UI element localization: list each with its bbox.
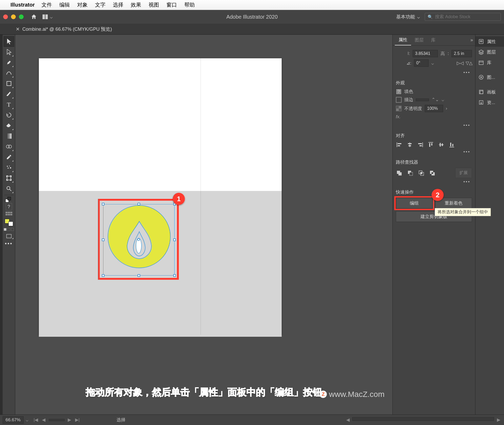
draw-mode-icons[interactable]	[4, 226, 14, 232]
eyedropper-tool[interactable]	[4, 152, 14, 162]
window-minimize[interactable]	[11, 14, 16, 19]
rotate-tool[interactable]	[4, 110, 14, 120]
pathfinder-more-icon[interactable]: •••	[396, 178, 472, 185]
appearance-more-icon[interactable]: •••	[396, 122, 472, 129]
annotation-marker-1: 1	[173, 193, 185, 205]
rotate-angle-value[interactable]: 0°	[414, 59, 429, 67]
tab-libraries[interactable]: 库	[427, 35, 439, 45]
workspace-switcher[interactable]: 基本功能 ⌵	[396, 14, 420, 20]
scroll-left-icon[interactable]: ◀	[345, 417, 351, 423]
document-tab-title[interactable]: Combine.ai* @ 66.67% (CMYK/GPU 预览)	[22, 26, 112, 32]
menu-type[interactable]: 文字	[95, 1, 106, 8]
screen-mode-icon[interactable]	[4, 232, 14, 240]
home-icon[interactable]	[30, 13, 38, 21]
symbol-sprayer-tool[interactable]	[4, 162, 14, 173]
fx-icon[interactable]: fx.	[396, 114, 401, 120]
align-top-icon[interactable]	[427, 141, 434, 148]
svg-rect-34	[439, 144, 444, 145]
toolbox-more-icon[interactable]: •••	[4, 240, 14, 247]
pen-tool[interactable]	[4, 57, 14, 68]
transform-height-value[interactable]: 2.5 in	[452, 50, 472, 57]
canvas[interactable]: 1 拖动所有对象，然后单击「属性」面板中的「编组」按钮 Z www.MacZ.c…	[15, 35, 392, 414]
align-left-icon[interactable]	[396, 141, 403, 148]
pathfinder-intersect-icon[interactable]	[418, 170, 425, 177]
rectangle-tool[interactable]	[4, 78, 14, 89]
fill-stroke-swap-icon[interactable]	[4, 196, 14, 203]
artboard-number-input[interactable]	[49, 419, 65, 421]
strip-layers[interactable]: 图层	[475, 47, 504, 57]
stroke-weight-input[interactable]	[416, 99, 429, 101]
help-indicator-icon[interactable]: ?	[6, 203, 12, 210]
flip-vertical-icon[interactable]: ▽△	[466, 60, 472, 66]
menu-help[interactable]: 帮助	[184, 1, 195, 8]
first-artboard-icon[interactable]: |◀	[33, 417, 39, 423]
stroke-swatch-icon[interactable]	[396, 97, 402, 103]
horizontal-scrollbar[interactable]	[352, 417, 494, 421]
tab-layers[interactable]: 图层	[411, 35, 427, 45]
next-artboard-icon[interactable]: ▶	[67, 417, 72, 423]
zoom-dropdown-icon[interactable]: ⌵	[26, 417, 28, 423]
collapse-panel-icon[interactable]: »	[470, 37, 473, 43]
align-more-icon[interactable]: •••	[396, 148, 472, 156]
svg-rect-27	[408, 145, 411, 146]
stock-search-input[interactable]	[435, 14, 498, 19]
svg-rect-13	[8, 197, 11, 200]
svg-rect-43	[421, 172, 422, 174]
stroke-dropdown-icon[interactable]: ⌵	[442, 97, 444, 102]
edit-toolbox-icon[interactable]	[4, 210, 14, 217]
strip-image-trace[interactable]: 图...	[475, 72, 504, 82]
menu-file[interactable]: 文件	[41, 1, 52, 8]
pathfinder-exclude-icon[interactable]	[429, 170, 436, 177]
gradient-tool[interactable]	[4, 131, 14, 141]
svg-rect-47	[479, 61, 483, 65]
stroke-color-swatch[interactable]	[8, 221, 13, 226]
opacity-value[interactable]: 100%	[425, 105, 443, 112]
window-close[interactable]	[3, 14, 8, 19]
fill-stroke-colors[interactable]	[4, 219, 14, 226]
menu-select[interactable]: 选择	[113, 1, 123, 8]
strip-artboards[interactable]: 画板	[475, 87, 504, 97]
paintbrush-tool[interactable]	[4, 89, 14, 99]
group-button[interactable]: 编组	[396, 198, 433, 209]
opacity-popup-icon[interactable]: ›	[446, 106, 447, 111]
zoom-tool[interactable]	[4, 183, 14, 194]
scroll-right-icon[interactable]: ▶	[496, 417, 501, 423]
pathfinder-unite-icon[interactable]	[396, 170, 403, 177]
transform-more-icon[interactable]: •••	[396, 69, 472, 76]
stroke-stepper-icon[interactable]: ⌃⌄	[432, 97, 439, 102]
fill-swatch-icon[interactable]: ?	[396, 89, 402, 95]
pathfinder-minus-front-icon[interactable]	[407, 170, 414, 177]
zoom-level[interactable]: 66.67%	[3, 416, 24, 424]
flip-horizontal-icon[interactable]: ▷◁	[457, 60, 463, 66]
transform-width-value[interactable]: 3.85341	[413, 50, 438, 57]
prev-artboard-icon[interactable]: ◀	[41, 417, 47, 423]
window-maximize[interactable]	[19, 14, 24, 19]
align-bottom-icon[interactable]	[448, 141, 455, 148]
tab-close-icon[interactable]: ✕	[16, 26, 20, 32]
chevron-down-icon[interactable]: ⌵	[431, 60, 434, 66]
tab-properties[interactable]: 属性	[395, 35, 411, 45]
artboard-tool[interactable]	[4, 173, 14, 183]
type-tool[interactable]: T	[4, 99, 14, 110]
shape-builder-tool[interactable]	[4, 141, 14, 152]
strip-asset-export[interactable]: 资...	[475, 97, 504, 108]
last-artboard-icon[interactable]: ▶|	[75, 417, 80, 423]
align-hcenter-icon[interactable]	[406, 141, 413, 148]
opacity-swatch-icon[interactable]	[396, 106, 402, 111]
menubar-app-name[interactable]: Illustrator	[10, 2, 35, 8]
eraser-tool[interactable]	[4, 120, 14, 131]
adobe-stock-search[interactable]: 🔍	[425, 13, 501, 21]
menu-object[interactable]: 对象	[77, 1, 88, 8]
menu-view[interactable]: 视图	[149, 1, 159, 8]
strip-properties[interactable]: 属性	[475, 36, 504, 47]
arrange-documents-icon[interactable]: ⌵	[43, 14, 53, 20]
menu-window[interactable]: 窗口	[166, 1, 177, 8]
align-vcenter-icon[interactable]	[438, 141, 445, 148]
direct-selection-tool[interactable]	[4, 47, 14, 57]
curvature-tool[interactable]	[4, 68, 14, 78]
align-right-icon[interactable]	[417, 141, 424, 148]
menu-effect[interactable]: 效果	[131, 1, 141, 8]
menu-edit[interactable]: 编辑	[59, 1, 70, 8]
strip-libraries[interactable]: 库	[475, 57, 504, 68]
selection-tool[interactable]	[4, 36, 14, 47]
